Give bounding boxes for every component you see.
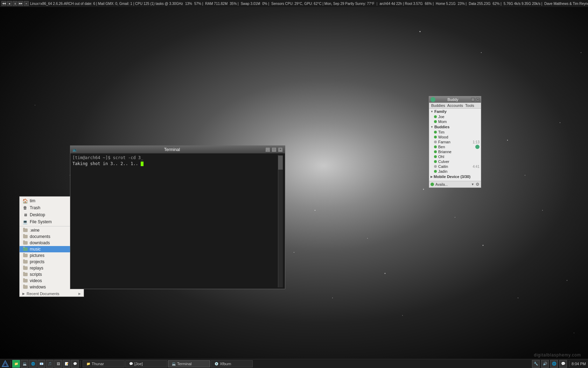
pidgin-minimize-button[interactable]: _ — [471, 98, 475, 101]
ben-status-icon — [434, 145, 437, 148]
pidgin-contact-ben[interactable]: Ben — [429, 144, 481, 149]
taskbar-icon-1[interactable]: 📁 — [12, 360, 20, 368]
pidgin-contact-joe[interactable]: Joe — [429, 114, 481, 119]
pidgin-menubar: Buddies Accounts Tools — [429, 103, 481, 109]
pidgin-status-dot — [430, 183, 434, 186]
media-next-button[interactable]: ▶▶ — [18, 1, 23, 6]
folder-windows-icon — [22, 284, 28, 290]
taskbar-icon-4[interactable]: 📧 — [37, 360, 45, 368]
pidgin-close-button[interactable]: ✕ — [476, 98, 479, 101]
topbar-cpu-pct: 13% — [185, 2, 192, 6]
recent-arrow-icon: ▶ — [22, 292, 25, 295]
fm-filesystem-label: File System — [30, 219, 52, 224]
pidgin-titlebar: Buddy _ ✕ — [429, 96, 481, 103]
pidgin-contact-brianne[interactable]: Brianne — [429, 149, 481, 154]
taskbar-app-joe[interactable]: 💬 [Joe] — [125, 360, 167, 367]
pidgin-status-label: Availa... — [435, 183, 470, 186]
media-prev-button[interactable]: ◀◀ — [1, 1, 6, 6]
taskbar-system-icon-3[interactable]: 🌐 — [550, 360, 558, 368]
media-controls[interactable]: ◀◀ ■ ⏸ ▶▶ ≡ — [1, 1, 29, 6]
mom-name: Mom — [438, 120, 479, 124]
topbar-system-info: Linux=x86_64 2.6.26-ARCH out of date: 6 … — [30, 2, 183, 6]
topbar-data-pct: 62% | — [492, 2, 501, 6]
fm-recent-header[interactable]: ▶ Recent Documents ▶ — [20, 291, 84, 297]
arch-logo[interactable] — [1, 360, 9, 368]
terminal-prompt-1: [tim@arch64 ~]$ scrot -cd 3_ — [72, 155, 143, 160]
fm-dir-projects-label: projects — [30, 259, 44, 264]
pidgin-title: Buddy — [435, 97, 470, 102]
fm-dir-music-label: music — [30, 247, 41, 252]
terminal-window: 📺 Terminal _ □ ✕ [tim@arch64 ~]$ scrot -… — [70, 145, 285, 289]
pidgin-contact-wood[interactable]: Wood — [429, 135, 481, 139]
pidgin-contact-mom[interactable]: Mom — [429, 119, 481, 124]
ohl-name: Ohl — [438, 155, 479, 159]
taskbar-app-terminal[interactable]: 💻 Terminal — [168, 360, 210, 367]
watermark: digitalblasphemy.com — [534, 353, 581, 357]
taskbar-app-xfburn[interactable]: 💿 Xfburn — [211, 360, 253, 367]
tim-name: Tim — [438, 130, 479, 134]
pidgin-contact-caitin[interactable]: Caitin 4:41 — [429, 164, 481, 169]
taskbar-icon-2[interactable]: 💻 — [21, 360, 28, 368]
terminal-icon: 📺 — [72, 147, 79, 152]
pidgin-group-mobile[interactable]: ▶ Mobile Device (3/30) — [429, 174, 481, 179]
media-stop-button[interactable]: ■ — [7, 1, 12, 6]
pidgin-app-icon — [430, 97, 435, 102]
folder-replays-icon — [22, 265, 28, 271]
terminal-maximize-button[interactable]: □ — [272, 147, 276, 152]
taskbar-app-thunar[interactable]: 📁 Thunar — [83, 360, 125, 367]
media-playlist-button[interactable]: ≡ — [24, 1, 29, 6]
caitin-status-icon — [434, 165, 437, 168]
taskbar-icon-7[interactable]: 📝 — [63, 360, 70, 368]
taskbar-divider-1 — [10, 361, 11, 367]
folder-downloads-icon — [22, 240, 28, 246]
folder-music-icon — [22, 246, 28, 252]
media-pause-button[interactable]: ⏸ — [13, 1, 18, 6]
terminal-close-button[interactable]: ✕ — [278, 147, 283, 152]
taskbar-icon-8[interactable]: 💬 — [71, 360, 79, 368]
pidgin-gear-icon[interactable]: ⚙ — [476, 182, 479, 187]
pidgin-contact-tim[interactable]: Tim — [429, 130, 481, 135]
terminal-scrollbar[interactable] — [278, 155, 283, 287]
jadin-name: Jadin — [438, 169, 479, 173]
topbar-swap-info: Swap 3.01M — [241, 2, 260, 6]
folder-pictures-icon — [22, 253, 28, 258]
brianne-name: Brianne — [438, 150, 479, 154]
topbar-arch-info: arch64 4d 22h | Root 3.57G — [379, 2, 422, 6]
brianne-status-icon — [434, 150, 437, 153]
pidgin-status-dropdown[interactable]: ▼ — [471, 183, 474, 186]
terminal-line-1: [tim@arch64 ~]$ scrot -cd 3_ — [72, 155, 278, 161]
terminal-titlebar: 📺 Terminal _ □ ✕ — [70, 146, 285, 154]
taskbar-icon-6[interactable]: 🖼 — [54, 360, 62, 368]
jadin-status-icon — [434, 170, 437, 173]
pidgin-contact-ohl[interactable]: Ohl — [429, 154, 481, 159]
fm-desktop-label: Desktop — [30, 212, 45, 217]
pidgin-group-buddies[interactable]: ▼ Buddies — [429, 124, 481, 130]
fm-dir-downloads-label: downloads — [30, 240, 50, 245]
terminal-window-controls: _ □ ✕ — [265, 147, 283, 152]
terminal-body: [tim@arch64 ~]$ scrot -cd 3_ Taking shot… — [70, 154, 285, 289]
pidgin-contact-farnan[interactable]: Farnan 1:13 — [429, 139, 481, 144]
taskbar-icon-3[interactable]: 🌐 — [29, 360, 37, 368]
terminal-minimize-button[interactable]: _ — [265, 147, 270, 152]
pidgin-menu-accounts[interactable]: Accounts — [447, 103, 463, 108]
terminal-title: Terminal — [79, 147, 265, 152]
topbar-misc-info: 5.76G 4k/s 9.35G 20k/s | — [504, 2, 542, 6]
pidgin-menu-buddies[interactable]: Buddies — [431, 103, 445, 108]
recent-expand-icon: ▶ — [78, 292, 81, 295]
taskbar-system-icon-4[interactable]: 💬 — [559, 360, 567, 368]
taskbar-icon-5[interactable]: 🎵 — [46, 360, 54, 368]
taskbar-system-icon-2[interactable]: 🔊 — [541, 360, 549, 368]
pidgin-window-controls: _ ✕ — [470, 98, 479, 101]
fm-dir-scripts-label: scripts — [30, 272, 42, 277]
pidgin-contact-culver[interactable]: Culver — [429, 159, 481, 164]
pidgin-contact-jadin[interactable]: Jadin — [429, 169, 481, 174]
mom-status-icon — [434, 120, 437, 123]
pidgin-window: Buddy _ ✕ Buddies Accounts Tools ▼ Famil… — [429, 96, 481, 188]
terminal-scrollbar-thumb[interactable] — [278, 156, 283, 170]
taskbar-running-apps: 📁 Thunar 💬 [Joe] 💻 Terminal 💿 Xfburn — [83, 360, 530, 367]
pidgin-group-family[interactable]: ▼ Family — [429, 109, 481, 114]
pidgin-family-label: Family — [434, 109, 447, 114]
taskbar-system-icon-1[interactable]: 🔧 — [532, 360, 540, 368]
culver-name: Culver — [438, 159, 479, 164]
pidgin-menu-tools[interactable]: Tools — [465, 103, 474, 108]
